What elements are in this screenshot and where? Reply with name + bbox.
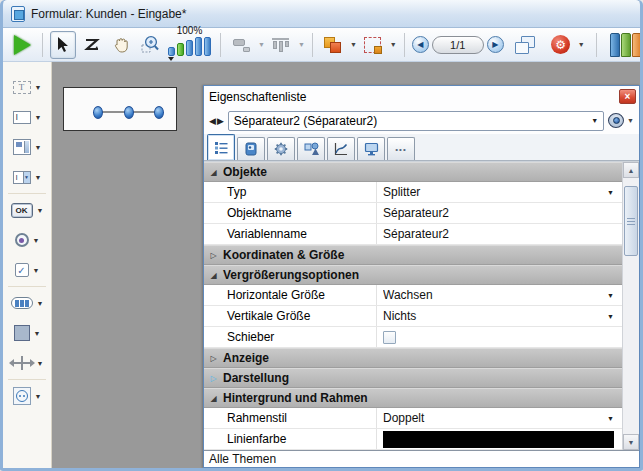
- dropdown-arrow-icon[interactable]: ▼: [37, 300, 44, 307]
- palette-progressbar-tool[interactable]: ▼: [3, 288, 51, 318]
- selection-handle[interactable]: [93, 106, 103, 119]
- tab-data[interactable]: [237, 137, 265, 160]
- eye-dropdown-arrow-icon[interactable]: ▼: [627, 117, 634, 124]
- dropdown-arrow-icon[interactable]: ▼: [37, 360, 44, 367]
- dropdown-arrow-icon[interactable]: ▼: [35, 174, 42, 181]
- dropdown-arrow-icon[interactable]: ▼: [607, 415, 614, 422]
- blue-book-icon: [610, 33, 620, 57]
- property-value[interactable]: [376, 429, 622, 449]
- palette-splitter-tool[interactable]: ▼: [3, 348, 51, 378]
- distribute-objects-button[interactable]: [268, 31, 294, 59]
- previous-object-icon[interactable]: ◀: [209, 116, 216, 126]
- settings-button[interactable]: ⚙: [548, 31, 574, 59]
- toolbar-separator: [312, 33, 313, 57]
- select-tool-button[interactable]: [50, 31, 76, 59]
- monitor-icon: [364, 142, 379, 156]
- arrange-order-button[interactable]: [320, 31, 346, 59]
- group-header[interactable]: ▷Anzeige: [204, 348, 622, 368]
- tab-order-tool-button[interactable]: [79, 31, 105, 59]
- selection-mode-button[interactable]: [360, 31, 386, 59]
- palette-combobox-tool[interactable]: I▼▼: [3, 162, 51, 192]
- dropdown-arrow-icon[interactable]: ▼: [33, 237, 40, 244]
- align-objects-button[interactable]: [228, 31, 254, 59]
- library-button[interactable]: [610, 33, 642, 57]
- property-value[interactable]: Séparateur2: [376, 203, 622, 223]
- scroll-up-icon[interactable]: ▲: [623, 162, 639, 178]
- object-selector-combobox[interactable]: Séparateur2 (Séparateur2) ▼: [228, 111, 604, 131]
- property-value[interactable]: Wachsen▼: [376, 285, 622, 305]
- layered-pages-icon: [515, 36, 537, 54]
- group-header[interactable]: ◢Vergrößerungsoptionen: [204, 265, 622, 285]
- visibility-eye-icon[interactable]: [608, 113, 624, 128]
- next-page-button[interactable]: ▶: [487, 36, 504, 53]
- tab-display[interactable]: [357, 137, 385, 160]
- palette-label-tool[interactable]: T▼: [3, 72, 51, 102]
- group-label: Objekte: [223, 165, 267, 179]
- palette-panel-tool[interactable]: ▼: [3, 318, 51, 348]
- value-text: Wachsen: [383, 288, 607, 302]
- distribute-dropdown-arrow-icon[interactable]: ▼: [298, 41, 305, 48]
- page-indicator[interactable]: 1/1: [432, 36, 484, 54]
- expand-icon: ▷: [209, 354, 218, 363]
- scrollbar-thumb[interactable]: [624, 186, 638, 256]
- checkbox[interactable]: [383, 331, 396, 344]
- group-header[interactable]: ◢Hintergrund und Rahmen: [204, 388, 622, 408]
- palette-checkbox-tool[interactable]: ✓▼: [3, 255, 51, 285]
- next-object-icon[interactable]: ▶: [217, 116, 224, 126]
- tab-more[interactable]: •••: [387, 137, 415, 160]
- object-selector-row: ◀ ▶ Séparateur2 (Séparateur2) ▼ ▼: [204, 107, 639, 134]
- pages-overview-button[interactable]: [513, 31, 539, 59]
- panel-title-bar[interactable]: Eigenschaftenliste ×: [204, 86, 639, 107]
- selection-handle[interactable]: [124, 106, 134, 119]
- dropdown-arrow-icon[interactable]: ▼: [607, 313, 614, 320]
- group-header[interactable]: ◢Objekte: [204, 162, 622, 182]
- selection-handle[interactable]: [154, 106, 164, 119]
- scroll-down-icon[interactable]: ▼: [623, 434, 639, 450]
- dropdown-arrow-icon[interactable]: ▼: [607, 292, 614, 299]
- selection-dropdown-arrow-icon[interactable]: ▼: [390, 41, 397, 48]
- tab-settings[interactable]: [267, 137, 295, 160]
- palette-separator: [8, 379, 46, 380]
- form-design-surface[interactable]: [63, 87, 177, 131]
- dropdown-arrow-icon[interactable]: ▼: [34, 330, 41, 337]
- tab-chart[interactable]: [327, 137, 355, 160]
- dropdown-arrow-icon[interactable]: ▼: [607, 189, 614, 196]
- panel-tool-icon: [14, 325, 30, 341]
- dropdown-arrow-icon[interactable]: ▼: [37, 207, 44, 214]
- dropdown-arrow-icon[interactable]: ▼: [35, 144, 42, 151]
- title-bar[interactable]: Formular: Kunden - Eingabe*: [3, 0, 640, 28]
- dropdown-arrow-icon[interactable]: ▼: [35, 114, 42, 121]
- tool-palette: T▼ I▼ ▼ I▼▼ OK▼ ▼ ✓▼ ▼ ▼ ▼ ▼: [3, 62, 52, 468]
- dropdown-arrow-icon[interactable]: ▼: [35, 393, 42, 400]
- property-value[interactable]: Séparateur2: [376, 224, 622, 244]
- settings-dropdown-arrow-icon[interactable]: ▼: [578, 41, 585, 48]
- property-value[interactable]: [376, 327, 622, 347]
- dropdown-arrow-icon[interactable]: ▼: [35, 84, 42, 91]
- color-swatch[interactable]: [383, 431, 614, 448]
- dropdown-arrow-icon[interactable]: ▼: [33, 267, 40, 274]
- palette-custom-control-tool[interactable]: ▼: [3, 381, 51, 411]
- palette-button-tool[interactable]: OK▼: [3, 195, 51, 225]
- property-row: VariablennameSéparateur2: [204, 224, 622, 245]
- palette-radiobutton-tool[interactable]: ▼: [3, 225, 51, 255]
- zoom-level-control[interactable]: 100%: [166, 29, 213, 61]
- panel-scrollbar[interactable]: ▲ ▼: [622, 162, 639, 450]
- run-form-button[interactable]: [9, 31, 35, 59]
- align-dropdown-arrow-icon[interactable]: ▼: [258, 41, 265, 48]
- group-header[interactable]: ▷Darstellung: [204, 368, 622, 388]
- zoom-tool-button[interactable]: [137, 31, 163, 59]
- tab-objects[interactable]: [297, 137, 325, 160]
- property-value[interactable]: Nichts▼: [376, 306, 622, 326]
- property-value[interactable]: Splitter▼: [376, 182, 622, 202]
- close-icon[interactable]: ×: [619, 89, 636, 104]
- pan-tool-button[interactable]: [108, 31, 134, 59]
- palette-textfield-tool[interactable]: I▼: [3, 102, 51, 132]
- arrange-dropdown-arrow-icon[interactable]: ▼: [350, 41, 357, 48]
- previous-page-button[interactable]: ◀: [412, 36, 429, 53]
- palette-listbox-tool[interactable]: ▼: [3, 132, 51, 162]
- group-label: Hintergrund und Rahmen: [223, 391, 368, 405]
- property-value[interactable]: Doppelt▼: [376, 408, 622, 428]
- form-window-icon: [11, 6, 25, 22]
- group-header[interactable]: ▷Koordinaten & Größe: [204, 245, 622, 265]
- tab-properties-list[interactable]: [207, 134, 235, 160]
